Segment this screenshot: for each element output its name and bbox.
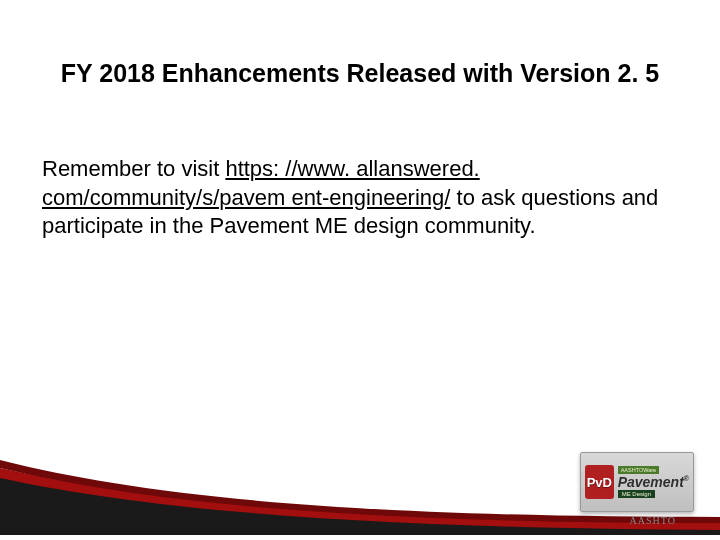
logo-pvd-icon: PvD: [585, 465, 614, 499]
logo-registered-mark: ®: [684, 475, 689, 482]
slide-title: FY 2018 Enhancements Released with Versi…: [46, 58, 674, 89]
body-text-before: Remember to visit: [42, 156, 225, 181]
slide-body: Remember to visit https: //www. allanswe…: [42, 155, 660, 241]
pavement-me-logo: PvD AASHTOWare Pavement® ME Design: [580, 452, 694, 512]
aashto-label: AASHTO: [630, 515, 676, 526]
logo-pavement-text: Pavement®: [618, 475, 689, 489]
logo-sub-text: ME Design: [618, 490, 655, 498]
logo-ware-text: AASHTOWare: [618, 466, 659, 474]
